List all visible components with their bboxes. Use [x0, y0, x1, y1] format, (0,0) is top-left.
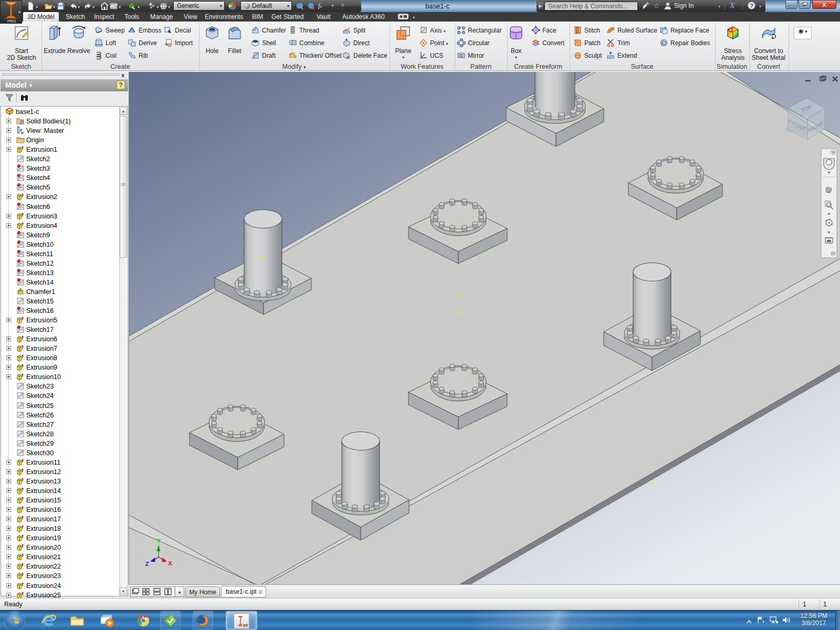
svg-text:X: X	[168, 560, 172, 566]
svg-text:PRO: PRO	[7, 19, 16, 24]
svg-text:Y: Y	[156, 538, 161, 544]
svg-text:PRO: PRO	[243, 625, 248, 627]
svg-text:Z: Z	[145, 561, 149, 567]
